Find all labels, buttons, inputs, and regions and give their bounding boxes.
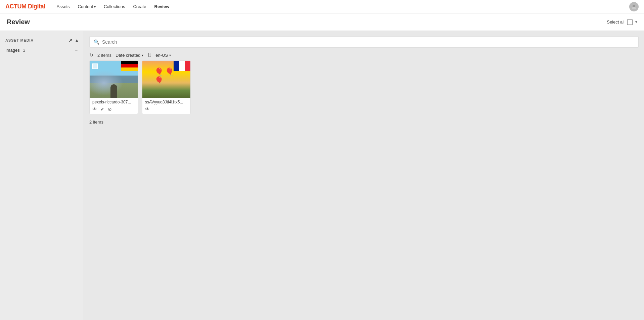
reject-icon-1[interactable]: ⊘: [108, 106, 112, 112]
flag-fr-icon: [174, 61, 190, 71]
brand-actum: ACTUM: [5, 3, 27, 10]
search-toolbar: 🔍: [89, 36, 639, 48]
sidebar-icons: ↗ ▴: [68, 38, 78, 43]
collapse-icon[interactable]: ▴: [76, 38, 78, 43]
flag-fr-red: [185, 61, 190, 71]
filter-locale-dropdown[interactable]: en-US: [155, 53, 171, 58]
refresh-icon[interactable]: ↻: [89, 52, 93, 58]
image-card-2: ssAVyyuq3JtI4l1tx5... 👁: [142, 60, 191, 114]
brand-digital: Digital: [27, 3, 45, 10]
sidebar: ASSET MEDIA ↗ ▴ Images 2 →: [0, 31, 84, 320]
flag-fr-white: [179, 61, 185, 71]
total-items-count: 2 items: [89, 120, 639, 125]
select-all-label: Select all: [607, 19, 625, 25]
flag-fr-blue: [174, 61, 179, 71]
external-link-icon[interactable]: ↗: [68, 38, 73, 43]
flag-overlay-1: [121, 61, 138, 71]
sidebar-item-arrow: →: [75, 48, 78, 52]
image-grid: pexels-riccardo-307... 👁 ✔ ⊘: [89, 60, 639, 114]
card-2-actions: 👁: [145, 106, 188, 112]
card-2-filename: ssAVyyuq3JtI4l1tx5...: [145, 100, 188, 104]
search-input[interactable]: [102, 39, 634, 45]
sidebar-item-images[interactable]: Images 2 →: [0, 46, 84, 55]
user-avatar[interactable]: [629, 2, 639, 11]
sidebar-section-title: ASSET MEDIA ↗ ▴: [0, 36, 84, 46]
brand-logo[interactable]: ACTUM Digital: [5, 3, 45, 10]
view-icon-1[interactable]: 👁: [92, 106, 97, 112]
card-2-info: ssAVyyuq3JtI4l1tx5... 👁: [142, 98, 190, 114]
flag-overlay-2: [174, 61, 190, 71]
filter-count: 2 items: [97, 53, 111, 58]
nav-item-assets[interactable]: Assets: [53, 3, 73, 10]
card-1-checkbox[interactable]: [92, 63, 98, 69]
page-title: Review: [7, 18, 30, 26]
image-card-1: pexels-riccardo-307... 👁 ✔ ⊘: [89, 60, 138, 114]
search-icon: 🔍: [94, 39, 99, 45]
top-navigation: ACTUM Digital Assets Content Collections…: [0, 0, 644, 13]
sort-icon[interactable]: ⇅: [147, 52, 151, 58]
nav-item-create[interactable]: Create: [130, 3, 149, 10]
flag-de-black: [121, 61, 138, 64]
sidebar-item-count: 2: [23, 48, 26, 53]
flag-de-red: [121, 64, 138, 67]
nav-item-collections[interactable]: Collections: [100, 3, 129, 10]
nav-items: Assets Content Collections Create Review: [53, 3, 173, 10]
view-icon-2[interactable]: 👁: [145, 106, 150, 112]
card-1-filename: pexels-riccardo-307...: [92, 100, 135, 104]
content-area: 🔍 ↻ 2 items Date created ⇅ en-US: [84, 31, 644, 320]
main-layout: ASSET MEDIA ↗ ▴ Images 2 → 🔍 ↻ 2 items D…: [0, 31, 644, 320]
page-header: Review Select all ▾: [0, 13, 644, 31]
sidebar-item-label: Images: [5, 48, 20, 53]
card-1-actions: 👁 ✔ ⊘: [92, 106, 135, 112]
flag-de-icon: [121, 61, 138, 71]
nav-item-review[interactable]: Review: [151, 3, 173, 10]
filter-date-dropdown[interactable]: Date created: [116, 53, 143, 58]
select-all-checkbox[interactable]: [627, 19, 633, 25]
nav-item-content[interactable]: Content: [75, 3, 99, 10]
select-all-area[interactable]: Select all ▾: [607, 19, 637, 25]
flag-de-yellow: [121, 67, 138, 71]
select-all-dropdown[interactable]: ▾: [635, 20, 637, 24]
sidebar-section-label: ASSET MEDIA: [5, 38, 34, 42]
approve-icon-1[interactable]: ✔: [100, 106, 104, 112]
card-1-info: pexels-riccardo-307... 👁 ✔ ⊘: [90, 98, 138, 114]
filter-bar: ↻ 2 items Date created ⇅ en-US: [89, 50, 639, 60]
